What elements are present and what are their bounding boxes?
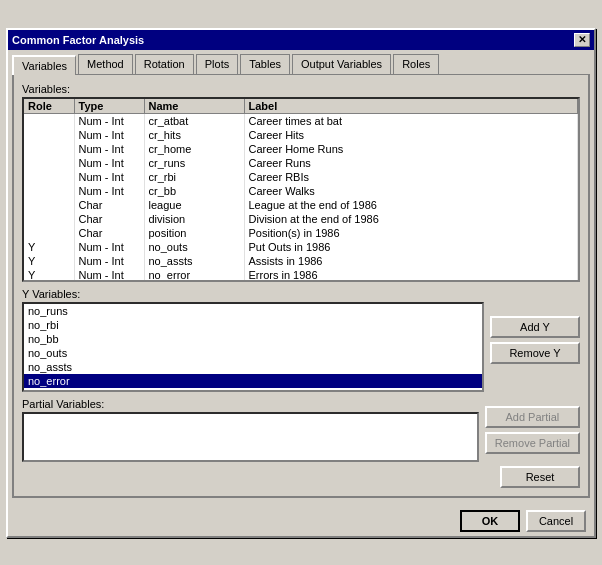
- cell-role: [24, 212, 74, 226]
- cell-role: [24, 184, 74, 198]
- cell-type: Num - Int: [74, 113, 144, 128]
- cell-role: [24, 142, 74, 156]
- cell-label: Division at the end of 1986: [244, 212, 578, 226]
- table-row[interactable]: Y Num - Int no_error Errors in 1986: [24, 268, 578, 282]
- cell-role: Y: [24, 254, 74, 268]
- cell-name: no_outs: [144, 240, 244, 254]
- partial-variables-section: Partial Variables: Add Partial Remove Pa…: [22, 398, 580, 462]
- title-bar: Common Factor Analysis ✕: [8, 30, 594, 50]
- cell-role: [24, 128, 74, 142]
- cell-role: [24, 198, 74, 212]
- y-variables-listbox[interactable]: no_runsno_rbino_bbno_outsno_asstsno_erro…: [22, 302, 484, 392]
- cell-type: Num - Int: [74, 254, 144, 268]
- col-name: Name: [144, 99, 244, 114]
- cell-type: Char: [74, 198, 144, 212]
- cell-name: cr_home: [144, 142, 244, 156]
- variables-table[interactable]: Role Type Name Label Num - Int cr_atbat …: [22, 97, 580, 282]
- table-row[interactable]: Char league League at the end of 1986: [24, 198, 578, 212]
- cell-name: position: [144, 226, 244, 240]
- y-buttons-col: Add Y Remove Y: [490, 288, 580, 392]
- cell-label: Career Runs: [244, 156, 578, 170]
- cell-label: Position(s) in 1986: [244, 226, 578, 240]
- y-variables-section: Y Variables: no_runsno_rbino_bbno_outsno…: [22, 288, 580, 392]
- tab-plots[interactable]: Plots: [196, 54, 238, 74]
- y-variables-label: Y Variables:: [22, 288, 484, 300]
- cell-label: Assists in 1986: [244, 254, 578, 268]
- tab-output-variables[interactable]: Output Variables: [292, 54, 391, 74]
- cell-type: Num - Int: [74, 268, 144, 282]
- add-y-button[interactable]: Add Y: [490, 316, 580, 338]
- cell-role: [24, 113, 74, 128]
- ok-button[interactable]: OK: [460, 510, 520, 532]
- table-row[interactable]: Num - Int cr_runs Career Runs: [24, 156, 578, 170]
- partial-variables-listbox[interactable]: [22, 412, 479, 462]
- col-type: Type: [74, 99, 144, 114]
- cell-name: cr_atbat: [144, 113, 244, 128]
- col-role: Role: [24, 99, 74, 114]
- tab-variables[interactable]: Variables: [12, 55, 76, 75]
- table-row[interactable]: Num - Int cr_bb Career Walks: [24, 184, 578, 198]
- window-title: Common Factor Analysis: [12, 34, 144, 46]
- remove-y-button[interactable]: Remove Y: [490, 342, 580, 364]
- tab-tables[interactable]: Tables: [240, 54, 290, 74]
- reset-button[interactable]: Reset: [500, 466, 580, 488]
- table-row[interactable]: Char division Division at the end of 198…: [24, 212, 578, 226]
- table-row[interactable]: Num - Int cr_home Career Home Runs: [24, 142, 578, 156]
- cell-type: Num - Int: [74, 128, 144, 142]
- table-row[interactable]: Num - Int cr_atbat Career times at bat: [24, 113, 578, 128]
- tab-roles[interactable]: Roles: [393, 54, 439, 74]
- cell-label: Career Walks: [244, 184, 578, 198]
- col-label: Label: [244, 99, 578, 114]
- partial-two-col: Partial Variables: Add Partial Remove Pa…: [22, 398, 580, 462]
- list-item[interactable]: no_rbi: [24, 318, 482, 332]
- partial-variables-label: Partial Variables:: [22, 398, 479, 410]
- cell-name: cr_bb: [144, 184, 244, 198]
- main-window: Common Factor Analysis ✕ Variables Metho…: [6, 28, 596, 538]
- cell-name: league: [144, 198, 244, 212]
- cell-type: Num - Int: [74, 170, 144, 184]
- table-row[interactable]: Y Num - Int no_outs Put Outs in 1986: [24, 240, 578, 254]
- partial-variables-container: Partial Variables:: [22, 398, 479, 462]
- tab-method[interactable]: Method: [78, 54, 133, 74]
- cell-label: Errors in 1986: [244, 268, 578, 282]
- cell-role: [24, 156, 74, 170]
- cell-label: League at the end of 1986: [244, 198, 578, 212]
- tab-bar: Variables Method Rotation Plots Tables O…: [8, 50, 594, 74]
- cell-name: no_error: [144, 268, 244, 282]
- remove-partial-button[interactable]: Remove Partial: [485, 432, 580, 454]
- list-item[interactable]: no_bb: [24, 332, 482, 346]
- reset-row: Reset: [22, 466, 580, 488]
- cell-type: Num - Int: [74, 240, 144, 254]
- cell-role: Y: [24, 268, 74, 282]
- table-row[interactable]: Num - Int cr_rbi Career RBIs: [24, 170, 578, 184]
- content-area: Variables: Role Type Name Label Num - In…: [12, 74, 590, 498]
- cell-role: [24, 170, 74, 184]
- table-row[interactable]: Char position Position(s) in 1986: [24, 226, 578, 240]
- cell-name: cr_hits: [144, 128, 244, 142]
- cell-label: Put Outs in 1986: [244, 240, 578, 254]
- cell-name: no_assts: [144, 254, 244, 268]
- cell-name: cr_rbi: [144, 170, 244, 184]
- cell-label: Career times at bat: [244, 113, 578, 128]
- cell-type: Num - Int: [74, 142, 144, 156]
- bottom-buttons: OK Cancel: [8, 506, 594, 536]
- add-partial-button[interactable]: Add Partial: [485, 406, 580, 428]
- y-variables-container: Y Variables: no_runsno_rbino_bbno_outsno…: [22, 288, 484, 392]
- table-row[interactable]: Y Num - Int no_assts Assists in 1986: [24, 254, 578, 268]
- list-item[interactable]: no_assts: [24, 360, 482, 374]
- list-item[interactable]: no_runs: [24, 304, 482, 318]
- cell-name: cr_runs: [144, 156, 244, 170]
- cell-type: Char: [74, 212, 144, 226]
- cell-label: Career Hits: [244, 128, 578, 142]
- table-row[interactable]: Num - Int cr_hits Career Hits: [24, 128, 578, 142]
- variables-label: Variables:: [22, 83, 580, 95]
- list-item[interactable]: no_outs: [24, 346, 482, 360]
- cell-role: Y: [24, 240, 74, 254]
- cell-label: Career RBIs: [244, 170, 578, 184]
- close-button[interactable]: ✕: [574, 33, 590, 47]
- partial-buttons-col: Add Partial Remove Partial: [485, 398, 580, 462]
- cancel-button[interactable]: Cancel: [526, 510, 586, 532]
- tab-rotation[interactable]: Rotation: [135, 54, 194, 74]
- cell-type: Num - Int: [74, 156, 144, 170]
- list-item[interactable]: no_error: [24, 374, 482, 388]
